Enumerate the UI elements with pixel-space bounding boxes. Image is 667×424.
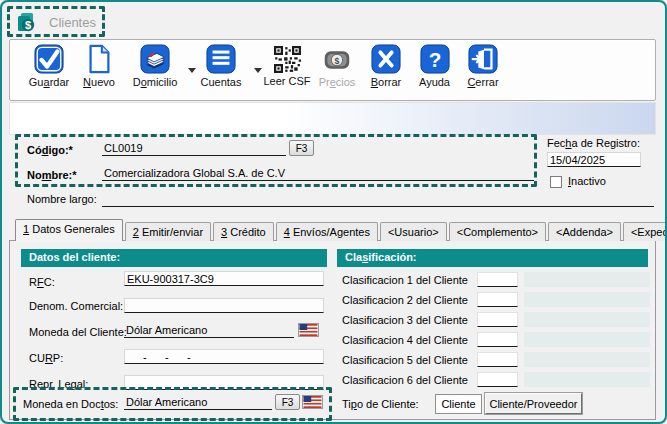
curp-label: CURP: <box>29 352 63 364</box>
curp-input[interactable]: - - - <box>124 349 324 364</box>
clasificacion-5-desc <box>524 352 650 367</box>
precios-button: $ Precios <box>312 44 362 88</box>
tab-addenda[interactable]: <Addenda> <box>548 222 621 241</box>
tipo-cliente-button[interactable]: Cliente <box>435 394 482 414</box>
clasificacion-1-label: Clasificacion 1 del Cliente <box>342 274 468 286</box>
tab-strip: 1 Datos Generales 2 Emitir/enviar 3 Créd… <box>15 219 667 241</box>
help-question-icon: ? <box>420 44 450 74</box>
nuevo-label: Nuevo <box>74 76 124 88</box>
clasificacion-4-label: Clasificacion 4 del Cliente <box>342 334 468 346</box>
guardar-label: Guardar <box>20 76 78 88</box>
clientes-window: $ Clientes Guardar Nuevo <box>0 0 667 424</box>
cerrar-label: Cerrar <box>459 76 507 88</box>
ayuda-button[interactable]: ? Ayuda <box>411 44 458 88</box>
clasificacion-6-label: Clasificacion 6 del Cliente <box>342 374 468 386</box>
precios-label: Precios <box>312 76 362 88</box>
clasificacion-2-desc <box>524 292 650 307</box>
qr-code-icon <box>274 46 301 73</box>
rfc-label: RFC: <box>29 276 55 288</box>
tab-envios-agentes[interactable]: 4 Envíos/Agentes <box>276 222 378 241</box>
nombre-largo-input[interactable] <box>102 192 654 207</box>
tipo-cliente-label: Tipo de Cliente: <box>342 398 419 410</box>
moneda-doctos-input[interactable]: Dólar Americano <box>124 395 272 410</box>
clasificacion-1-code-input[interactable] <box>477 272 518 287</box>
toolbar: Guardar Nuevo Domicilio <box>9 39 656 101</box>
clasificacion-3-desc <box>524 312 650 327</box>
inactivo-label: Inactivo <box>568 175 606 187</box>
cuentas-label: Cuentas <box>194 76 248 88</box>
tab-usuario[interactable]: <Usuario> <box>380 222 447 241</box>
moneda-doctos-label: Moneda en Doctos: <box>23 398 118 410</box>
moneda-cliente-input[interactable]: Dólar Americano <box>124 323 294 338</box>
leer-csf-label: Leer CSF <box>262 75 312 87</box>
clasificacion-5-label: Clasificacion 5 del Cliente <box>342 354 468 366</box>
ayuda-label: Ayuda <box>411 76 458 88</box>
denom-comercial-label: Denom. Comercial: <box>29 300 123 312</box>
clasificacion-2-code-input[interactable] <box>477 292 518 307</box>
cuentas-button[interactable]: Cuentas <box>194 44 248 88</box>
clientes-dollar-icon: $ <box>16 12 37 33</box>
codigo-f3-button[interactable]: F3 <box>289 140 314 156</box>
cerrar-button[interactable]: Cerrar <box>459 44 507 88</box>
clasificacion-3-code-input[interactable] <box>477 312 518 327</box>
svg-text:$: $ <box>25 19 31 31</box>
accounts-list-icon <box>206 44 236 74</box>
repr-legal-input[interactable] <box>124 375 324 390</box>
borrar-label: Borrar <box>362 76 410 88</box>
clasificacion-6-desc <box>524 372 650 387</box>
us-flag-icon <box>302 395 323 409</box>
tab-expediente[interactable]: <Expediente> <box>623 222 667 241</box>
tab-credito[interactable]: 3 Crédito <box>213 222 274 241</box>
repr-legal-label: Repr. Legal: <box>29 378 88 390</box>
clasificacion-2-label: Clasificacion 2 del Cliente <box>342 294 468 306</box>
fecha-registro-label: Fecha de Registro: <box>547 137 640 149</box>
clasificacion-4-code-input[interactable] <box>477 332 518 347</box>
nombre-input[interactable]: Comercializadora Global S.A. de C.V <box>102 166 534 181</box>
borrar-button[interactable]: Borrar <box>362 44 410 88</box>
clasificacion-6-code-input[interactable] <box>477 372 518 387</box>
nombre-label: Nombre:* <box>27 169 77 181</box>
clasificacion-1-desc <box>524 272 650 287</box>
domicilio-button[interactable]: Domicilio <box>124 44 186 88</box>
svg-text:$: $ <box>335 56 340 66</box>
us-flag-icon <box>298 323 319 337</box>
tab-emitir-enviar[interactable]: 2 Emitir/enviar <box>125 222 211 241</box>
tab-complemento[interactable]: <Complemento> <box>449 222 546 241</box>
nuevo-button[interactable]: Nuevo <box>74 44 124 88</box>
moneda-cliente-label: Moneda del Cliente: <box>29 326 127 338</box>
fecha-registro-input[interactable]: 15/04/2025 <box>547 152 641 167</box>
datos-cliente-header: Datos del cliente: <box>21 249 327 267</box>
nombre-largo-label: Nombre largo: <box>27 193 97 205</box>
inactivo-checkbox[interactable] <box>550 176 562 188</box>
clasificacion-3-label: Clasificacion 3 del Cliente <box>342 314 468 326</box>
guardar-button[interactable]: Guardar <box>20 44 78 88</box>
codigo-label: Código:* <box>27 144 73 156</box>
clasificacion-5-code-input[interactable] <box>477 352 518 367</box>
denom-comercial-input[interactable] <box>124 298 324 313</box>
save-check-icon <box>34 44 64 74</box>
codigo-input[interactable]: CL0019 <box>102 141 286 156</box>
clasificacion-header: Clasificación: <box>337 249 648 267</box>
address-stack-icon <box>140 44 170 74</box>
tab-datos-generales[interactable]: 1 Datos Generales <box>15 219 123 241</box>
rfc-input[interactable]: EKU-900317-3C9 <box>124 271 324 286</box>
cuentas-dropdown-arrow-icon[interactable] <box>254 68 262 73</box>
clasificacion-4-desc <box>524 332 650 347</box>
new-page-icon <box>84 44 114 74</box>
window-title: Clientes <box>49 15 96 30</box>
moneda-doctos-f3-button[interactable]: F3 <box>275 394 300 410</box>
leer-csf-button[interactable]: Leer CSF <box>262 44 312 87</box>
svg-text:?: ? <box>428 48 441 71</box>
exit-door-icon <box>468 44 498 74</box>
tipo-cliente-proveedor-button[interactable]: Cliente/Proveedor <box>485 393 582 414</box>
prices-wallet-icon: $ <box>322 46 352 74</box>
domicilio-label: Domicilio <box>124 76 186 88</box>
delete-x-icon <box>371 44 401 74</box>
form-header-band <box>9 102 656 135</box>
